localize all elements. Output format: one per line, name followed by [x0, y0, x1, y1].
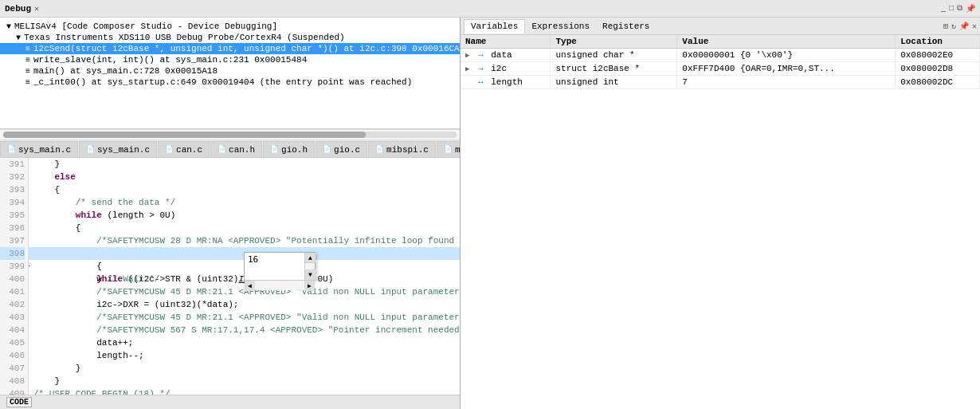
var-name-length: ▶ ↔ length [461, 76, 551, 89]
tree-item-label: write_slave(int, int)() at sys_main.c:23… [33, 55, 307, 65]
col-name: Name [461, 35, 551, 49]
file-icon: 📄 [270, 145, 279, 154]
collapse-all-icon[interactable]: ⊞ [943, 22, 948, 31]
file-icon: 📄 [218, 145, 226, 154]
tab-sys-main-c-2[interactable]: 📄 sys_main.c [79, 141, 157, 157]
tab-can-c[interactable]: 📄 can.c [158, 141, 210, 157]
code-line-404: /*SAFETYMCUSW 567 S MR:17.1,17.4 <APPROV… [29, 324, 460, 336]
right-panel: Variables Expressions Registers ⊞ ↻ 📌 ✕ … [461, 18, 980, 409]
col-location: Location [896, 35, 980, 49]
tab-gio-h[interactable]: 📄 gio.h [263, 141, 315, 157]
var-type-i2c: struct i2cBase * [551, 62, 677, 76]
var-location-i2c: 0x080002D8 [896, 62, 980, 76]
expand-icon[interactable]: ▶ [465, 65, 469, 73]
var-name-i2c: ▶ → i2c [461, 62, 551, 76]
code-line-397: /*SAFETYMCUSW 28 D MR:NA <APPROVED> "Pot… [29, 234, 460, 247]
tab-mibspi-h[interactable]: 📄 mibspi.h [437, 141, 460, 157]
tree-item-label: MELISAv4 [Code Composer Studio - Device … [14, 22, 277, 31]
tab-expressions-label: Expressions [531, 22, 590, 31]
pointer-icon: → [478, 64, 484, 73]
code-line-403: /*SAFETYMCUSW 45 D MR:21.1 <APPROVED> "V… [29, 311, 460, 324]
debug-icons: ⎯ □ ⧉ 📌 [941, 4, 975, 14]
var-name: length [491, 77, 523, 87]
tab-expressions[interactable]: Expressions [525, 20, 596, 33]
tree-item[interactable]: ▼ MELISAv4 [Code Composer Studio - Devic… [0, 21, 460, 32]
file-icon: 📄 [444, 145, 453, 154]
tree-item-label: main() at sys_main.c:728 0x00015A18 [33, 66, 218, 76]
col-value: Value [677, 35, 896, 49]
var-row-data[interactable]: ▶ → data unsigned char * 0x00000001 {0 '… [461, 49, 980, 62]
var-value-data: 0x00000001 {0 '\x00'} [677, 49, 896, 62]
popup-text: 16 [248, 254, 258, 265]
tree-scrollbar[interactable] [0, 129, 460, 140]
close-icon[interactable]: ✕ [972, 22, 977, 31]
code-line-407: } [29, 362, 460, 375]
var-value-length: 7 [677, 76, 896, 89]
refresh-icon[interactable]: ↻ [951, 22, 956, 31]
tab-label: sys_main.c [18, 145, 71, 155]
code-line-402: i2c->DXR = (uint32)(*data); [29, 298, 460, 311]
maximize-icon[interactable]: □ [949, 4, 954, 14]
var-location-data: 0x080002E0 [896, 49, 980, 62]
var-row-length[interactable]: ▶ ↔ length unsigned int 7 0x080002DC [461, 76, 980, 89]
tab-variables[interactable]: Variables [464, 19, 525, 33]
pointer-icon: → [478, 50, 484, 60]
expand-icon-empty: ▶ [465, 79, 469, 87]
tab-sys-main-c-1[interactable]: 📄 sys_main.c [0, 141, 78, 157]
tab-gio-c[interactable]: 📄 gio.c [316, 141, 367, 157]
pin-icon[interactable]: 📌 [959, 22, 969, 31]
tree-item-label: i2cSend(struct i2cBase *, unsigned int, … [33, 44, 460, 53]
tab-label: gio.h [281, 145, 308, 155]
variables-table: Name Type Value Location ▶ → data unsign… [461, 35, 980, 409]
tree-item[interactable]: ≡ write_slave(int, int)() at sys_main.c:… [0, 54, 460, 65]
tree-item[interactable]: ≡ main() at sys_main.c:728 0x00015A18 [0, 65, 460, 77]
var-row-i2c[interactable]: ▶ → i2c struct i2cBase * 0xFFF7D400 {OAR… [461, 62, 980, 76]
popup-value: 16 [245, 253, 304, 280]
var-type-data: unsigned char * [551, 49, 677, 62]
tree-item-label: _c_int00() at sys_startup.c:649 0x000194… [33, 77, 412, 87]
tab-variables-label: Variables [471, 22, 518, 31]
pin-icon[interactable]: 📌 [966, 4, 975, 14]
scroll-track [3, 132, 457, 138]
code-line-409: /* USER CODE BEGIN (18) */ [29, 387, 460, 395]
tab-mibspi-c[interactable]: 📄 mibspi.c [368, 141, 436, 157]
popup-scroll-down[interactable]: ▼ [305, 269, 316, 280]
stack-frame-icon: ≡ [25, 78, 30, 87]
editor-tab-bar: 📄 sys_main.c 📄 sys_main.c 📄 can.c 📄 can.… [0, 140, 460, 158]
restore-icon[interactable]: ⧉ [957, 4, 962, 14]
var-type-length: unsigned int [551, 76, 677, 89]
tab-registers[interactable]: Registers [596, 20, 656, 33]
tree-item[interactable]: ▼ Texas Instruments XDS110 USB Debug Pro… [0, 32, 460, 43]
var-name: data [491, 50, 512, 60]
popup-hscroll-right[interactable]: ▶ [304, 281, 315, 291]
code-editor: 391 392 393 394 395 396 397 398 399 400 … [0, 158, 460, 395]
code-popup: 16 ▲ ▼ ◀ ▶ [244, 252, 316, 281]
debug-title: Debug [5, 4, 31, 14]
bidirect-icon: ↔ [478, 77, 484, 87]
var-location-length: 0x080002DC [896, 76, 980, 89]
popup-scroll-up[interactable]: ▲ [305, 253, 316, 263]
file-icon: 📄 [323, 145, 331, 154]
tab-can-h[interactable]: 📄 can.h [210, 141, 262, 157]
variables-data-table: Name Type Value Location ▶ → data unsign… [461, 35, 980, 89]
tree-item-selected[interactable]: ≡ i2cSend(struct i2cBase *, unsigned int… [0, 43, 460, 54]
code-line-408: } [29, 375, 460, 387]
code-line-396: { [29, 222, 460, 234]
debug-close-icon[interactable]: ✕ [34, 4, 39, 14]
variables-toolbar: ⊞ ↻ 📌 ✕ [943, 22, 977, 31]
tab-label: can.c [176, 145, 202, 155]
code-lines[interactable]: } else { /* send the data */ while (leng… [29, 158, 460, 395]
var-name-data: ▶ → data [461, 49, 551, 62]
minimize-icon[interactable]: ⎯ [941, 4, 946, 14]
file-icon: 📄 [375, 145, 384, 154]
tab-label: can.h [229, 145, 255, 155]
expand-icon[interactable]: ▶ [465, 52, 469, 60]
var-name: i2c [491, 64, 507, 73]
tree-item[interactable]: ≡ _c_int00() at sys_startup.c:649 0x0001… [0, 77, 460, 88]
code-line-394: /* send the data */ [29, 196, 460, 209]
popup-hscroll-left[interactable]: ◀ [245, 281, 255, 291]
code-line-393: { [29, 183, 460, 196]
code-label: CODE [6, 397, 32, 407]
tab-label: mibspi.c [386, 145, 429, 155]
code-line-405: data++; [29, 336, 460, 349]
